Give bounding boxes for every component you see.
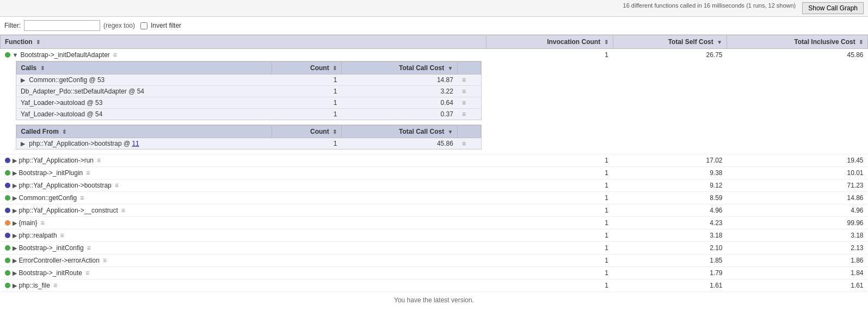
- called-from-cost-header[interactable]: Total Call Cost ▼: [342, 126, 458, 138]
- table-row: ▶ php::Yaf_Application->__construct ≡ 1 …: [1, 204, 868, 217]
- called-from-icon-header: [458, 126, 481, 138]
- filter-label: Filter:: [4, 22, 21, 29]
- invert-filter-label: Invert filter: [151, 22, 181, 29]
- expand-arrow[interactable]: ▶: [13, 182, 17, 189]
- total-self-cost-column-header[interactable]: Total Self Cost ▼: [613, 35, 727, 49]
- table-row: ▶ Bootstrap->_initPlugin ≡ 1 9.38 10.01: [1, 167, 868, 179]
- list-icon[interactable]: ≡: [80, 194, 84, 202]
- invocation-count: 1: [486, 179, 613, 192]
- invocation-count: 1: [486, 167, 613, 179]
- list-icon[interactable]: ≡: [53, 282, 57, 289]
- list-icon[interactable]: ≡: [113, 51, 117, 59]
- called-from-count-header[interactable]: Count ⇕: [272, 126, 342, 138]
- calls-row-count: 1: [272, 109, 342, 120]
- invocation-count: 1: [486, 154, 613, 167]
- show-call-graph-button[interactable]: Show Call Graph: [802, 2, 864, 14]
- collapse-arrow[interactable]: ▼: [13, 52, 19, 58]
- filter-input[interactable]: [24, 20, 100, 31]
- function-name: Bootstrap->_initPlugin: [19, 169, 83, 177]
- list-icon[interactable]: ≡: [85, 269, 89, 277]
- invocation-count: 1: [486, 204, 613, 217]
- inclusive-cost: 3.18: [727, 229, 868, 242]
- status-dot: [5, 245, 10, 251]
- calls-sub-section: Calls ⇕ Count ⇕ Total Call Cost ▼: [16, 61, 482, 120]
- status-dot: [5, 220, 10, 226]
- table-row: ▶ php::Yaf_Application->run ≡ 1 17.02 19…: [1, 154, 868, 167]
- expand-arrow[interactable]: ▶: [13, 207, 17, 214]
- expand-arrow[interactable]: ▶: [13, 157, 17, 164]
- inclusive-cost: 10.01: [727, 167, 868, 179]
- status-dot: [5, 233, 10, 238]
- list-icon[interactable]: ≡: [86, 169, 90, 177]
- calls-row-icon[interactable]: ≡: [458, 97, 481, 109]
- list-icon[interactable]: ≡: [60, 232, 64, 239]
- filter-hint: (regex too): [103, 22, 135, 29]
- expanded-self-cost: 26.75: [613, 49, 727, 154]
- calls-row-icon[interactable]: ≡: [458, 86, 481, 97]
- calls-count-header[interactable]: Count ⇕: [272, 62, 342, 74]
- calls-header[interactable]: Calls ⇕: [16, 62, 272, 74]
- calls-row: Yaf_Loader->autoload @ 53 1 0.64 ≡: [16, 97, 481, 109]
- invocation-count: 1: [486, 217, 613, 229]
- function-name: {main}: [19, 219, 38, 227]
- expand-called-from-arrow[interactable]: ▶: [21, 140, 25, 147]
- table-row: ▶ php::Yaf_Application->bootstrap ≡ 1 9.…: [1, 179, 868, 192]
- calls-row-count: 1: [272, 74, 342, 86]
- list-icon[interactable]: ≡: [97, 157, 101, 164]
- inclusive-cost: 1.86: [727, 254, 868, 267]
- function-name: php::realpath: [19, 232, 57, 239]
- list-icon[interactable]: ≡: [103, 257, 107, 264]
- function-name: Bootstrap->_initConfig: [19, 244, 84, 252]
- function-name: Bootstrap->_initRoute: [19, 269, 82, 277]
- inclusive-cost: 19.45: [727, 154, 868, 167]
- called-from-row-cost: 45.86: [342, 138, 458, 150]
- inclusive-cost: 1.84: [727, 267, 868, 279]
- expanded-function-name: Bootstrap->_initDefaultAdapter: [20, 51, 109, 59]
- self-cost: 4.96: [613, 204, 727, 217]
- status-dot: [5, 270, 10, 276]
- list-icon[interactable]: ≡: [87, 244, 91, 252]
- status-dot: [5, 258, 10, 263]
- expanded-function-row: ▼ Bootstrap->_initDefaultAdapter ≡ Calls…: [1, 49, 868, 154]
- status-dot: [5, 183, 10, 188]
- calls-row-cost: 0.37: [342, 109, 458, 120]
- total-inclusive-cost-column-header[interactable]: Total Inclusive Cost ⇕: [727, 35, 868, 49]
- status-dot: [5, 170, 10, 176]
- expand-arrow[interactable]: ▶: [13, 220, 17, 227]
- expand-arrow[interactable]: ▶: [13, 195, 17, 202]
- calls-row-count: 1: [272, 97, 342, 109]
- expand-arrow[interactable]: ▶: [13, 232, 17, 239]
- expand-arrow[interactable]: ▶: [13, 245, 17, 252]
- list-icon[interactable]: ≡: [121, 207, 125, 214]
- function-column-header[interactable]: Function ⇕: [1, 35, 487, 49]
- calls-row-icon[interactable]: ≡: [458, 74, 481, 86]
- calls-row-name: Yaf_Loader->autoload @ 53: [16, 97, 272, 109]
- calls-cost-header[interactable]: Total Call Cost ▼: [342, 62, 458, 74]
- expand-arrow[interactable]: ▶: [13, 270, 17, 277]
- expand-arrow[interactable]: ▶: [13, 257, 17, 264]
- status-dot: [5, 195, 10, 201]
- calls-row-cost: 3.22: [342, 86, 458, 97]
- invert-filter-checkbox[interactable]: [140, 22, 147, 29]
- expand-arrow[interactable]: ▶: [13, 282, 17, 289]
- called-from-row-icon[interactable]: ≡: [458, 138, 481, 150]
- called-from-row-name: ▶ php::Yaf_Application->bootstrap @ 11: [16, 138, 272, 150]
- status-dot: [5, 52, 10, 58]
- called-from-header[interactable]: Called From ⇕: [16, 126, 272, 138]
- expand-arrow[interactable]: ▶: [13, 170, 17, 177]
- status-dot: [5, 283, 10, 288]
- calls-row-name: ▶ Common::getConfig @ 53: [16, 74, 272, 86]
- table-row: ▶ php::realpath ≡ 1 3.18 3.18: [1, 229, 868, 242]
- list-icon[interactable]: ≡: [115, 182, 119, 189]
- calls-row-count: 1: [272, 86, 342, 97]
- calls-row-name: Db_Adapter_Pdo::setDefaultAdapter @ 54: [16, 86, 272, 97]
- list-icon[interactable]: ≡: [41, 219, 45, 227]
- expand-row-arrow[interactable]: ▶: [21, 77, 25, 83]
- called-from-row-count: 1: [272, 138, 342, 150]
- function-name: php::Yaf_Application->__construct: [19, 207, 118, 214]
- invocation-count-column-header[interactable]: Invocation Count ⇕: [486, 35, 613, 49]
- calls-row-icon[interactable]: ≡: [458, 109, 481, 120]
- called-from-link[interactable]: 11: [132, 140, 139, 147]
- info-text: 16 different functions called in 16 mill…: [623, 2, 796, 14]
- footer-note: You have the latest version.: [0, 292, 868, 308]
